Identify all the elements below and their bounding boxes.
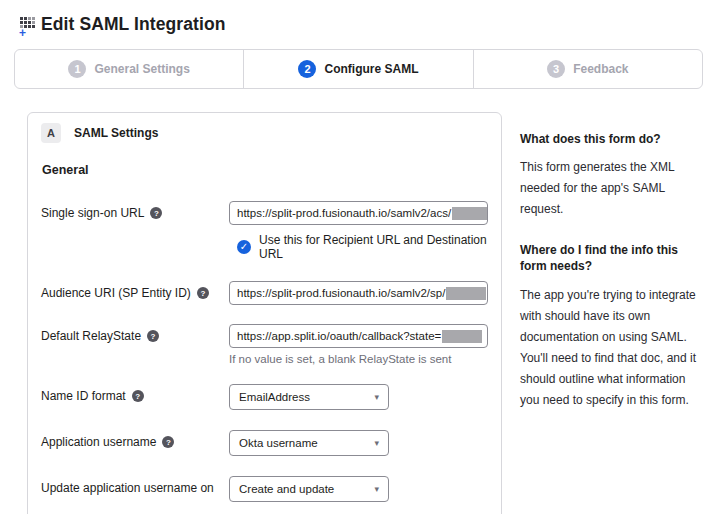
audience-uri-value-suffix: 1 — [487, 287, 488, 299]
step-1-label: General Settings — [94, 62, 189, 76]
name-id-format-label: Name ID format — [41, 389, 126, 405]
help-icon[interactable]: ? — [147, 330, 159, 342]
step-3-circle: 3 — [547, 60, 565, 78]
app-grid-plus-icon: + — [20, 17, 37, 32]
update-username-row: Update application username on Create an… — [41, 476, 488, 502]
saml-settings-card: A SAML Settings General Single sign-on U… — [27, 112, 502, 514]
help-icon[interactable]: ? — [150, 207, 162, 219]
help-body-1: This form generates the XML needed for t… — [520, 157, 706, 220]
help-icon[interactable]: ? — [132, 390, 144, 402]
redacted-value-box — [446, 287, 486, 300]
section-title: SAML Settings — [74, 126, 158, 140]
redacted-value-box — [452, 207, 488, 220]
application-username-value: Okta username — [239, 437, 318, 449]
audience-uri-label: Audience URI (SP Entity ID) — [41, 286, 191, 302]
recipient-url-checkbox-row: ✓ Use this for Recipient URL and Destina… — [237, 233, 488, 261]
step-1-circle: 1 — [68, 60, 86, 78]
help-heading-2: Where do I find the info this form needs… — [520, 242, 706, 274]
chevron-down-icon: ▾ — [374, 392, 379, 402]
audience-uri-row: Audience URI (SP Entity ID) ? https://sp… — [41, 281, 488, 305]
name-id-format-row: Name ID format ? EmailAddress ▾ — [41, 384, 488, 410]
step-feedback[interactable]: 3 Feedback — [474, 50, 702, 88]
update-username-label: Update application username on — [41, 481, 214, 497]
audience-uri-input[interactable]: https://split-prod.fusionauth.io/samlv2/… — [229, 281, 488, 305]
general-group-title: General — [42, 163, 488, 177]
section-header: A SAML Settings — [41, 123, 488, 143]
relay-state-input[interactable]: https://app.split.io/oauth/callback?stat… — [229, 324, 488, 348]
step-configure-saml[interactable]: 2 Configure SAML — [244, 50, 473, 88]
application-username-select[interactable]: Okta username ▾ — [229, 430, 389, 456]
section-a-badge: A — [41, 123, 61, 143]
page-header: + Edit SAML Integration — [0, 0, 717, 45]
step-2-label: Configure SAML — [324, 62, 418, 76]
wizard-stepper: 1 General Settings 2 Configure SAML 3 Fe… — [14, 49, 703, 89]
redacted-value-box — [442, 330, 482, 343]
recipient-url-checkbox-label: Use this for Recipient URL and Destinati… — [259, 233, 488, 261]
help-heading-1: What does this form do? — [520, 131, 706, 147]
sso-url-input[interactable]: https://split-prod.fusionauth.io/samlv2/… — [229, 201, 488, 225]
application-username-label: Application username — [41, 435, 156, 451]
help-body-2: The app you're trying to integrate with … — [520, 285, 706, 411]
audience-uri-value: https://split-prod.fusionauth.io/samlv2/… — [237, 287, 445, 299]
plus-glyph: + — [19, 28, 26, 38]
step-general-settings[interactable]: 1 General Settings — [15, 50, 244, 88]
sso-url-label: Single sign-on URL — [41, 206, 144, 222]
step-3-label: Feedback — [573, 62, 628, 76]
page-title: Edit SAML Integration — [41, 14, 226, 35]
relay-state-label: Default RelayState — [41, 329, 141, 345]
name-id-format-value: EmailAddress — [239, 391, 310, 403]
step-2-circle: 2 — [298, 60, 316, 78]
help-icon[interactable]: ? — [197, 287, 209, 299]
update-username-select[interactable]: Create and update ▾ — [229, 476, 389, 502]
chevron-down-icon: ▾ — [374, 484, 379, 494]
update-username-value: Create and update — [239, 483, 334, 495]
help-icon[interactable]: ? — [162, 436, 174, 448]
help-sidebar: What does this form do? This form genera… — [520, 131, 706, 433]
sso-url-row: Single sign-on URL ? https://split-prod.… — [41, 201, 488, 261]
name-id-format-select[interactable]: EmailAddress ▾ — [229, 384, 389, 410]
relay-state-hint: If no value is set, a blank RelayState i… — [229, 353, 488, 365]
recipient-url-checkbox[interactable]: ✓ — [237, 240, 251, 254]
sso-url-value: https://split-prod.fusionauth.io/samlv2/… — [237, 207, 451, 219]
chevron-down-icon: ▾ — [374, 438, 379, 448]
relay-state-row: Default RelayState ? https://app.split.i… — [41, 324, 488, 365]
main-content: A SAML Settings General Single sign-on U… — [0, 89, 717, 509]
application-username-row: Application username ? Okta username ▾ — [41, 430, 488, 456]
relay-state-value: https://app.split.io/oauth/callback?stat… — [237, 330, 441, 342]
